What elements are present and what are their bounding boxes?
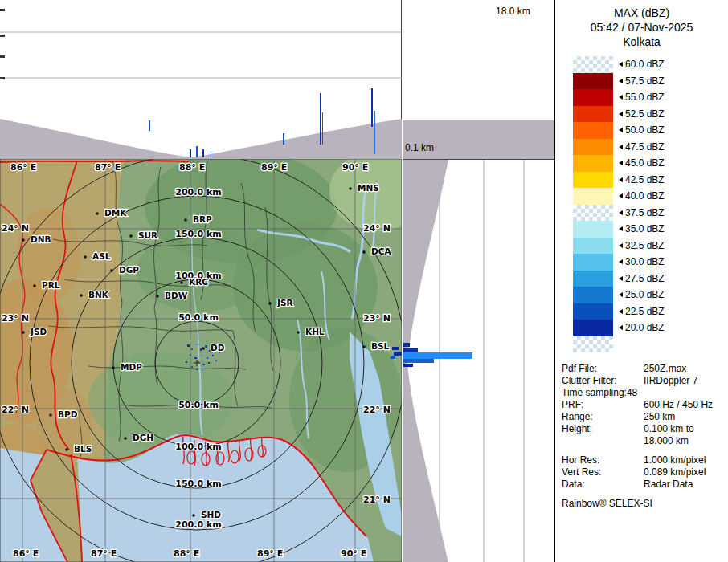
- info-value: 0.100 km to: [644, 423, 694, 435]
- legend-row: 42.5 dBZ: [573, 172, 728, 189]
- echo-pixel: [207, 357, 208, 359]
- ring-distance-label: 50.0 km: [178, 400, 219, 410]
- info-value: 1.000 km/pixel: [644, 454, 706, 466]
- latlong-label: 22° N: [2, 405, 29, 415]
- station-label: DGH: [133, 433, 153, 442]
- echo-pixel: [200, 348, 202, 351]
- station-dot: [184, 218, 187, 222]
- top-height-profile-panel: [0, 0, 402, 159]
- echo-bar: [403, 364, 413, 367]
- legend-value: 55.0 dBZ: [625, 92, 665, 103]
- legend-row: 27.5 dBZ: [573, 271, 728, 287]
- latlong-label: 24° N: [363, 223, 391, 234]
- station-dot: [349, 187, 352, 190]
- info-label: Time sampling:48: [562, 387, 644, 399]
- info-label: [562, 435, 644, 447]
- station-label: JSR: [276, 298, 293, 307]
- legend-row: [573, 336, 728, 353]
- legend-value: 37.5 dBZ: [625, 207, 665, 218]
- software-brand: Rainbow® SELEX-SI: [555, 498, 728, 509]
- info-row: Data:Radar Data: [562, 479, 728, 491]
- legend-swatch: [573, 106, 613, 123]
- legend-row: 55.0 dBZ: [573, 89, 728, 106]
- info-label: Clutter Filter:: [562, 375, 644, 387]
- latlong-label: 86° E: [13, 548, 39, 559]
- beam-blindzone-mask: [0, 119, 402, 159]
- echo-pixel: [198, 361, 199, 363]
- legend-row: 32.5 dBZ: [573, 238, 728, 255]
- side-profile-echoes: [403, 343, 472, 367]
- latlong-label: 24° N: [2, 223, 29, 234]
- echo-bar: [322, 112, 323, 145]
- station-label: ASL: [92, 251, 111, 261]
- info-spacer: [562, 447, 728, 454]
- station-dot: [84, 255, 87, 259]
- info-value: 0.089 km/pixel: [644, 466, 706, 479]
- station-label: MNS: [358, 183, 379, 193]
- echo-pixel: [186, 361, 187, 363]
- legend-swatch: [573, 336, 613, 353]
- ring-distance-label: 150.0 km: [175, 479, 221, 489]
- latlong-label: 86° E: [10, 162, 36, 173]
- legend-row: 37.5 dBZ: [573, 205, 728, 222]
- legend-arrow-icon: [619, 243, 623, 248]
- latlong-label: 89° E: [261, 162, 287, 173]
- station-dot: [268, 302, 272, 305]
- echo-pixel: [215, 360, 217, 361]
- legend-value: 22.5 dBZ: [625, 306, 665, 317]
- legend-swatch: [573, 238, 613, 255]
- min-height-label: 0.1 km: [405, 142, 434, 153]
- station-label: BNK: [88, 290, 109, 299]
- latlong-label: 90° E: [342, 162, 368, 173]
- echo-bar: [320, 93, 321, 145]
- legend-arrow-icon: [619, 259, 623, 264]
- station-dot: [96, 212, 99, 215]
- station-dot: [297, 331, 300, 334]
- ring-distance-label: 200.0 km: [175, 187, 221, 198]
- echo-pixel: [208, 362, 210, 364]
- legend-value: 57.5 dBZ: [625, 75, 665, 87]
- legend-swatch: [573, 122, 613, 139]
- legend-row: 20.0 dBZ: [573, 320, 728, 336]
- legend-row: 45.0 dBZ: [573, 155, 728, 172]
- ring-distance-label: 200.0 km: [175, 519, 221, 530]
- legend-row: 50.0 dBZ: [573, 122, 728, 139]
- legend-row: 22.5 dBZ: [573, 303, 728, 320]
- info-row: Time sampling:48: [562, 387, 728, 399]
- legend-value: 25.0 dBZ: [625, 289, 665, 300]
- legend-value: 52.5 dBZ: [625, 108, 665, 120]
- station-dot: [180, 281, 183, 284]
- product-info-block: Pdf File:250Z.maxClutter Filter:IIRDoppl…: [555, 363, 728, 491]
- info-label: Data:: [562, 479, 644, 491]
- station-dot: [156, 295, 159, 298]
- info-label: Range:: [562, 411, 644, 423]
- echo-bar: [202, 149, 204, 157]
- echo-pixel: [202, 369, 203, 371]
- legend-row: 25.0 dBZ: [573, 287, 728, 303]
- info-row: Pdf File:250Z.max: [562, 363, 728, 375]
- station-dot: [192, 514, 195, 517]
- echo-bar: [403, 359, 434, 363]
- ring-distance-label: 50.0 km: [178, 312, 219, 323]
- info-row: Hor Res:1.000 km/pixel: [562, 454, 728, 466]
- legend-value: 32.5 dBZ: [625, 240, 665, 251]
- station-label: KRC: [189, 277, 208, 287]
- info-sidebar: MAX (dBZ) 05:42 / 07-Nov-2025 Kolkata 60…: [554, 0, 728, 562]
- legend-value: 20.0 dBZ: [625, 322, 665, 333]
- echo-pixel: [196, 344, 198, 345]
- info-row: Range:250 km: [562, 411, 728, 423]
- top-right-gap: [403, 0, 554, 120]
- top-profile-plot: [0, 0, 402, 159]
- legend-swatch: [573, 303, 613, 320]
- info-value: 250 km: [644, 411, 675, 423]
- info-label: Height:: [562, 423, 644, 435]
- station-label: BLS: [74, 444, 92, 454]
- station-dot: [33, 284, 36, 287]
- info-row: Height:0.100 km to: [562, 423, 728, 435]
- echo-pixel: [391, 356, 395, 359]
- legend-swatch: [573, 221, 613, 238]
- legend-swatch: [573, 287, 613, 303]
- info-label: PRF:: [562, 399, 644, 411]
- legend-swatch: [573, 320, 613, 336]
- legend-arrow-icon: [619, 193, 623, 198]
